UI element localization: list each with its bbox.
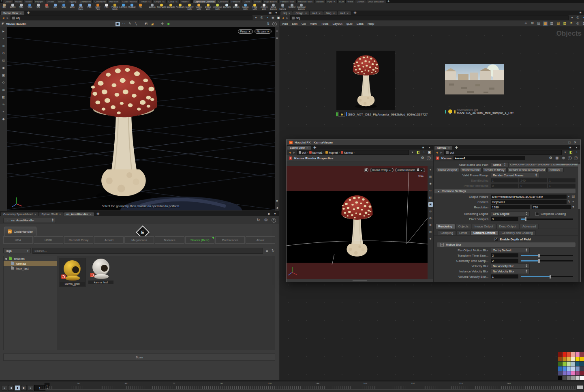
model[interactable]: Model (24, 0, 33, 3)
pyro-fx[interactable]: Pyro FX (326, 0, 337, 3)
hair-utils[interactable]: Hair Utils (108, 0, 120, 3)
frame-field[interactable]: 0 (519, 184, 547, 188)
select-visible-icon[interactable]: ◩ (144, 22, 148, 26)
pixel-samples-slider[interactable] (521, 218, 573, 220)
op-path-icon[interactable]: ↰ (567, 200, 571, 204)
grid-tool[interactable]: ⊞ (1, 88, 6, 92)
rigid-bodies[interactable]: Rigid Bodies (263, 0, 278, 3)
add-pane-tab-icon[interactable]: ✚ (94, 212, 102, 216)
palette-swatch[interactable] (567, 357, 571, 362)
laser-icon[interactable]: ╲ (134, 22, 138, 26)
per-object-dropdown[interactable]: On by Default▲▼ (491, 248, 530, 253)
grains[interactable]: Grains (242, 0, 252, 3)
point-light[interactable]: Point Light (157, 3, 166, 11)
metaball[interactable]: Metaball (128, 3, 136, 11)
panel-icon[interactable]: ▥ (550, 21, 554, 26)
brush-icon[interactable]: ✎ (128, 22, 132, 26)
scene-viewport[interactable]: Persp▼ No cam▼ Select the geometry, then… (7, 27, 275, 210)
view-tool[interactable]: ► (1, 29, 6, 34)
snapshot-toggle-icon[interactable]: ◧ (569, 150, 573, 155)
particle-fluids[interactable]: Particle Fluids (279, 0, 296, 3)
palette-swatch[interactable] (575, 376, 580, 380)
network-path-field[interactable]: obj (290, 15, 569, 20)
fem[interactable]: FEM (338, 0, 346, 3)
close-icon[interactable]: ✕ (306, 146, 308, 149)
close-button[interactable]: ✕ (572, 141, 578, 144)
help[interactable]: Help (368, 22, 374, 26)
palette-swatch[interactable] (580, 362, 584, 366)
state-arrow-icon[interactable]: ◤ (1, 22, 5, 26)
box[interactable]: Box (0, 3, 9, 11)
distant-light[interactable]: Distant Light (203, 3, 213, 11)
oceans[interactable]: Oceans (314, 0, 325, 3)
sampling[interactable]: Sampling (438, 230, 456, 235)
pane-menu-icon[interactable]: ▾ (273, 212, 277, 216)
timeline-end-handle[interactable] (577, 386, 583, 389)
shelf-menu-icon[interactable]: ▾ (0, 0, 3, 3)
palette-swatch[interactable] (580, 376, 584, 380)
help-icon[interactable]: ? (272, 22, 277, 26)
deep-output[interactable]: Deep Output (496, 224, 520, 229)
clock-icon[interactable]: ◔ (421, 150, 426, 155)
dropdown-icon[interactable]: ▾ (571, 205, 575, 210)
expand-icon[interactable]: ⊡ (275, 29, 279, 33)
timeline-ruler[interactable] (39, 386, 576, 389)
forward-icon[interactable]: ► (293, 151, 296, 154)
transform-samples-field[interactable]: 2 (491, 253, 518, 257)
spot-light[interactable]: Spot Light (166, 3, 175, 11)
img[interactable]: /img✕ (323, 11, 337, 15)
grid-icon[interactable]: ⊞ (428, 223, 433, 227)
engine-dropdown[interactable]: CPU Engine▲▼ (491, 211, 530, 216)
snapshot-toggle-icon[interactable]: ◧ (416, 150, 420, 155)
tab-scene-view[interactable]: Scene View✕ (1, 11, 24, 15)
add-pane-tab-icon[interactable]: ✚ (351, 11, 359, 15)
info-icon[interactable]: ◈ (428, 237, 433, 241)
palette-swatch[interactable] (580, 371, 584, 376)
transform-samples-slider[interactable] (521, 255, 573, 256)
output-picture-field[interactable]: $HIP/render/$HIPNAME.$OS.$F4.exr (491, 195, 567, 199)
rendering[interactable]: Rendering (435, 224, 455, 229)
params-scrollbar[interactable] (578, 162, 580, 282)
palette-swatch[interactable] (563, 366, 567, 371)
palette-swatch[interactable] (571, 352, 575, 357)
one-badge-icon[interactable]: ① (575, 16, 580, 20)
simple-fx[interactable]: Simple FX (153, 0, 166, 3)
crowds[interactable]: Crowds (355, 0, 366, 3)
display-options-icon[interactable]: ▤ (428, 175, 433, 179)
wires[interactable]: Wires (346, 0, 355, 3)
deform-tool[interactable]: ∿ (1, 102, 6, 107)
scale-tool[interactable]: ◱ (1, 58, 6, 63)
jump-end-button[interactable]: » (28, 385, 33, 391)
gear-icon[interactable]: ⚙ (264, 218, 268, 223)
deform[interactable]: Deform (45, 0, 56, 3)
common-settings-section[interactable]: ▼Common Settings (434, 189, 575, 193)
snap-options-icon[interactable]: ✛ (160, 22, 165, 26)
collisions[interactable]: Collisions (217, 0, 230, 3)
file-chooser-icon[interactable]: ▤ (571, 195, 575, 199)
vellum[interactable]: Vellum (252, 0, 263, 3)
tree-item-karmaa[interactable]: karmaa (4, 261, 57, 266)
sky-light[interactable]: Sky Light (222, 3, 231, 11)
jump-start-button[interactable]: « (2, 385, 7, 391)
render-to-mplay[interactable]: Render to MPlay (482, 168, 506, 172)
node-chooser-icon[interactable]: ⌖ (571, 200, 575, 204)
environment-light[interactable]: Environment Light (213, 3, 222, 11)
palette-swatch[interactable] (563, 362, 567, 366)
qlib[interactable]: qLib (347, 22, 353, 26)
lock-camera-icon[interactable]: ▣ (428, 202, 433, 207)
crop-icon[interactable]: ⊡ (428, 189, 433, 193)
about[interactable]: About (246, 236, 275, 244)
stereo-camera[interactable]: Stereo Camera (269, 3, 278, 11)
help-icon[interactable]: ? (427, 156, 431, 160)
notes-icon[interactable]: ▤ (556, 21, 560, 26)
tab-asset-handler[interactable]: ns_AssetHandler✕ (64, 212, 94, 216)
velocity-blur-dropdown[interactable]: No velocity blur▲▼ (491, 263, 530, 269)
palette-swatch[interactable] (571, 357, 575, 362)
render-flag[interactable] (454, 110, 456, 114)
lasso-icon[interactable]: ◠ (122, 22, 126, 26)
pane-maximize-icon[interactable]: ■ (568, 145, 573, 150)
help-icon[interactable]: ? (272, 218, 276, 223)
karma-gold[interactable]: karma_gold (59, 258, 86, 287)
res-x-field[interactable]: 1280 (491, 205, 530, 209)
white-panel-icon[interactable]: ▣ (427, 150, 432, 155)
